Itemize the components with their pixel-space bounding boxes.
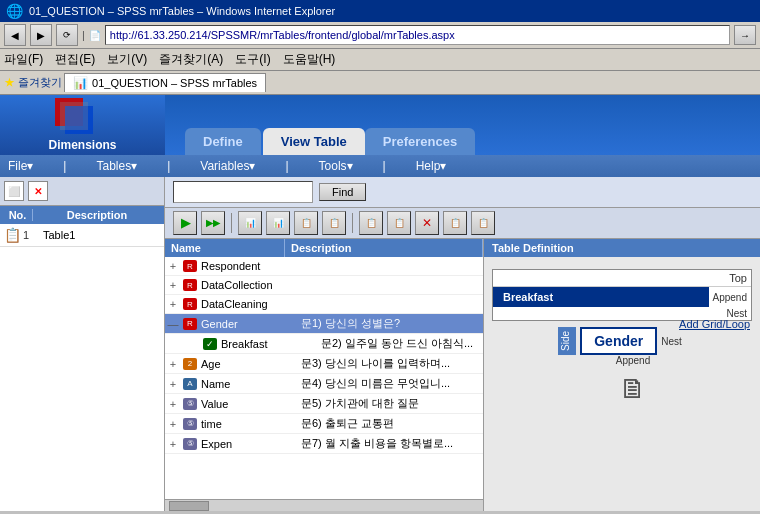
header-no: No. xyxy=(3,209,33,221)
menu-separator-2: | xyxy=(167,159,170,173)
append-bottom[interactable]: Append xyxy=(616,355,650,366)
address-bar: ◀ ▶ ⟳ | 📄 → xyxy=(0,22,760,49)
var-name: Name xyxy=(201,378,301,390)
list-item[interactable]: — R Gender 문1) 당신의 성별은? xyxy=(165,314,483,334)
var-type-icon: R xyxy=(181,278,199,292)
action-btn-9[interactable]: 📋 xyxy=(443,211,467,235)
logo-text: Dimensions xyxy=(48,138,116,152)
var-desc: 문4) 당신의 미름은 무엇입니... xyxy=(301,376,483,391)
table-num: 1 xyxy=(23,229,43,241)
var-name: time xyxy=(201,418,301,430)
action-btn-3[interactable]: 📊 xyxy=(238,211,262,235)
menu-tools[interactable]: 도구(I) xyxy=(235,51,270,68)
play-button[interactable]: ▶ xyxy=(173,211,197,235)
menu-help-app[interactable]: Help▾ xyxy=(416,159,447,173)
left-table-header: No. Description xyxy=(0,206,164,224)
header-description: Description xyxy=(285,239,483,257)
table-item[interactable]: 📋 1 Table1 xyxy=(0,224,164,247)
var-desc: 문6) 출퇴근 교통편 xyxy=(301,416,483,431)
menu-tools-app[interactable]: Tools▾ xyxy=(319,159,353,173)
var-type-icon: ✓ xyxy=(201,337,219,351)
menu-variables[interactable]: Variables▾ xyxy=(200,159,255,173)
var-desc: 문2) 일주일 동안 드신 아침식... xyxy=(321,336,483,351)
action-btn-8[interactable]: 📋 xyxy=(387,211,411,235)
tab-view-table[interactable]: View Table xyxy=(263,128,365,155)
menu-file-app[interactable]: File▾ xyxy=(8,159,33,173)
menu-edit[interactable]: 편집(E) xyxy=(55,51,95,68)
app-header: Dimensions Define View Table Preferences xyxy=(0,95,760,155)
table-icon-small: 📋 xyxy=(4,227,21,243)
variables-panel: Name Description + R Respondent + R xyxy=(165,239,484,511)
list-item[interactable]: ✓ Breakfast 문2) 일주일 동안 드신 아침식... xyxy=(165,334,483,354)
toolbar-sep-2 xyxy=(352,213,353,233)
main-content: ⬜ ✕ No. Description 📋 1 Table1 Find ▶ ▶▶… xyxy=(0,177,760,511)
var-type-icon: R xyxy=(181,297,199,311)
expand-icon: + xyxy=(165,378,181,390)
expand-icon: + xyxy=(165,418,181,430)
menu-help[interactable]: 도움말(H) xyxy=(283,51,336,68)
action-btn-5[interactable]: 📋 xyxy=(294,211,318,235)
expand-icon: + xyxy=(165,298,181,310)
list-item[interactable]: + R DataCleaning xyxy=(165,295,483,314)
find-button[interactable]: Find xyxy=(319,183,366,201)
title-text: 01_QUESTION – SPSS mrTables – Windows In… xyxy=(29,5,335,17)
menu-favorites[interactable]: 즐겨찾기(A) xyxy=(159,51,223,68)
table-name: Table1 xyxy=(43,229,160,241)
table-visual: Top Breakfast Append Nest xyxy=(492,269,752,321)
var-type-icon: ⑤ xyxy=(181,417,199,431)
var-desc: 문3) 당신의 나이를 입력하며... xyxy=(301,356,483,371)
action-btn-10[interactable]: 📋 xyxy=(471,211,495,235)
expand-icon: + xyxy=(165,358,181,370)
add-grid-button[interactable]: Add Grid/Loop xyxy=(679,318,750,330)
list-item[interactable]: + ⑤ Value 문5) 가치관에 대한 질문 xyxy=(165,394,483,414)
expand-icon: — xyxy=(165,318,181,330)
left-toolbar: ⬜ ✕ xyxy=(0,177,164,206)
toolbar-btn-1[interactable]: ⬜ xyxy=(4,181,24,201)
list-item[interactable]: + R Respondent xyxy=(165,257,483,276)
var-name: DataCleaning xyxy=(201,298,301,310)
menu-file[interactable]: 파일(F) xyxy=(4,51,43,68)
ie-icon: 🌐 xyxy=(6,3,23,19)
table-copy-icon[interactable]: 🗎 xyxy=(619,372,647,405)
action-btn-6[interactable]: 📋 xyxy=(322,211,346,235)
action-btn-7[interactable]: 📋 xyxy=(359,211,383,235)
menu-tables[interactable]: Tables▾ xyxy=(96,159,137,173)
list-item[interactable]: + ⑤ time 문6) 출퇴근 교통편 xyxy=(165,414,483,434)
right-panel: Find ▶ ▶▶ 📊 📊 📋 📋 📋 📋 ✕ 📋 📋 Name Des xyxy=(165,177,760,511)
list-item[interactable]: + ⑤ Expen 문7) 월 지출 비용을 항목별로... xyxy=(165,434,483,454)
address-icon: 📄 xyxy=(89,30,101,41)
append-label[interactable]: Append xyxy=(709,290,751,305)
top-label-row: Top xyxy=(493,270,751,286)
list-item[interactable]: + R DataCollection xyxy=(165,276,483,295)
search-input[interactable] xyxy=(173,181,313,203)
menu-bar: 파일(F) 편집(E) 보기(V) 즐겨찾기(A) 도구(I) 도움말(H) xyxy=(0,49,760,71)
var-name: Age xyxy=(201,358,301,370)
toolbar-btn-2[interactable]: ✕ xyxy=(28,181,48,201)
back-button[interactable]: ◀ xyxy=(4,24,26,46)
url-input[interactable] xyxy=(105,25,730,45)
gender-box: Gender xyxy=(580,327,657,355)
tab-preferences[interactable]: Preferences xyxy=(365,128,475,155)
tab-define[interactable]: Define xyxy=(185,128,261,155)
list-item[interactable]: + 2 Age 문3) 당신의 나이를 입력하며... xyxy=(165,354,483,374)
favorites-button[interactable]: ★ 즐겨찾기 xyxy=(4,75,62,90)
refresh-button[interactable]: ⟳ xyxy=(56,24,78,46)
var-desc: 문5) 가치관에 대한 질문 xyxy=(301,396,483,411)
browser-tab-active[interactable]: 📊 01_QUESTION – SPSS mrTables xyxy=(64,73,266,92)
menu-view[interactable]: 보기(V) xyxy=(107,51,147,68)
var-name: Expen xyxy=(201,438,301,450)
breakfast-row: Breakfast Append xyxy=(493,286,751,307)
fast-forward-button[interactable]: ▶▶ xyxy=(201,211,225,235)
action-btn-4[interactable]: 📊 xyxy=(266,211,290,235)
delete-button[interactable]: ✕ xyxy=(415,211,439,235)
scroll-thumb[interactable] xyxy=(169,501,209,511)
nest-label-2[interactable]: Nest xyxy=(657,334,686,349)
expand-icon: + xyxy=(165,398,181,410)
left-panel: ⬜ ✕ No. Description 📋 1 Table1 xyxy=(0,177,165,511)
forward-button[interactable]: ▶ xyxy=(30,24,52,46)
h-scrollbar[interactable] xyxy=(165,499,483,511)
go-button[interactable]: → xyxy=(734,25,756,45)
list-item[interactable]: + A Name 문4) 당신의 미름은 무엇입니... xyxy=(165,374,483,394)
title-bar: 🌐 01_QUESTION – SPSS mrTables – Windows … xyxy=(0,0,760,22)
toolbar-sep-1 xyxy=(231,213,232,233)
